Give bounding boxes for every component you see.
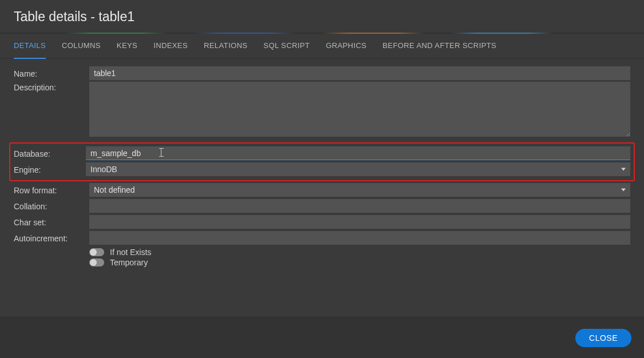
tab-relations[interactable]: RELATIONS [204,34,247,59]
tab-sql-script[interactable]: SQL SCRIPT [263,34,310,59]
row-format-select[interactable] [89,183,630,197]
if-not-exists-toggle[interactable] [89,248,104,256]
label-database: Database: [14,148,86,158]
label-name: Name: [14,68,89,78]
engine-select[interactable] [86,162,630,176]
autoincrement-input[interactable] [89,231,630,245]
tab-bar: DETAILS COLUMNS KEYS INDEXES RELATIONS S… [0,34,644,59]
tab-keys[interactable]: KEYS [117,34,137,59]
close-button[interactable]: CLOSE [575,329,631,347]
dialog-title: Table details - table1 [0,0,644,33]
row-format-value[interactable] [89,183,630,197]
label-description: Description: [14,82,89,92]
collation-input[interactable] [89,199,630,213]
description-textarea[interactable] [89,82,630,137]
tab-before-after-scripts[interactable]: BEFORE AND AFTER SCRIPTS [382,34,496,59]
engine-value[interactable] [86,162,630,176]
highlighted-section: Database: Engine: [9,142,635,181]
tab-graphics[interactable]: GRAPHICS [326,34,366,59]
tab-details[interactable]: DETAILS [14,34,46,59]
name-input[interactable] [89,66,630,80]
details-form: Name: Description: Database: Engine: [0,59,644,317]
table-details-dialog: Table details - table1 DETAILS COLUMNS K… [0,0,644,358]
tab-columns[interactable]: COLUMNS [62,34,101,59]
temporary-label: Temporary [110,258,148,267]
tab-indexes[interactable]: INDEXES [153,34,188,59]
if-not-exists-label: If not Exists [110,248,151,257]
temporary-toggle[interactable] [89,258,104,266]
label-collation: Collation: [14,201,89,211]
label-char-set: Char set: [14,217,89,227]
dialog-footer: CLOSE [0,317,644,358]
char-set-input[interactable] [89,215,630,229]
label-engine: Engine: [14,164,86,174]
label-row-format: Row format: [14,185,89,195]
label-autoincrement: Autoincrement: [14,233,89,243]
divider-rainbow [0,33,644,34]
database-input[interactable] [86,146,630,160]
